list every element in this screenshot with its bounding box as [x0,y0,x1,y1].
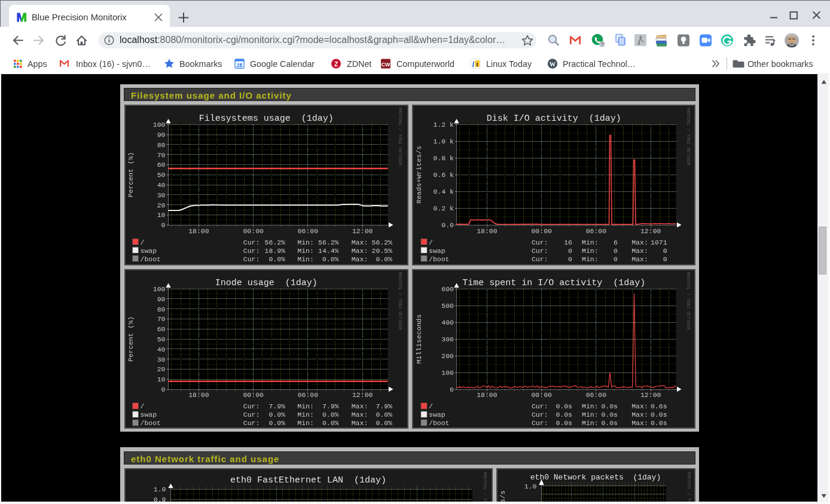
svg-text:?: ? [600,41,603,47]
svg-text:W: W [550,61,556,68]
svg-text:CW: CW [382,62,390,68]
svg-text:Z: Z [334,60,338,68]
svg-text:28: 28 [237,62,243,68]
